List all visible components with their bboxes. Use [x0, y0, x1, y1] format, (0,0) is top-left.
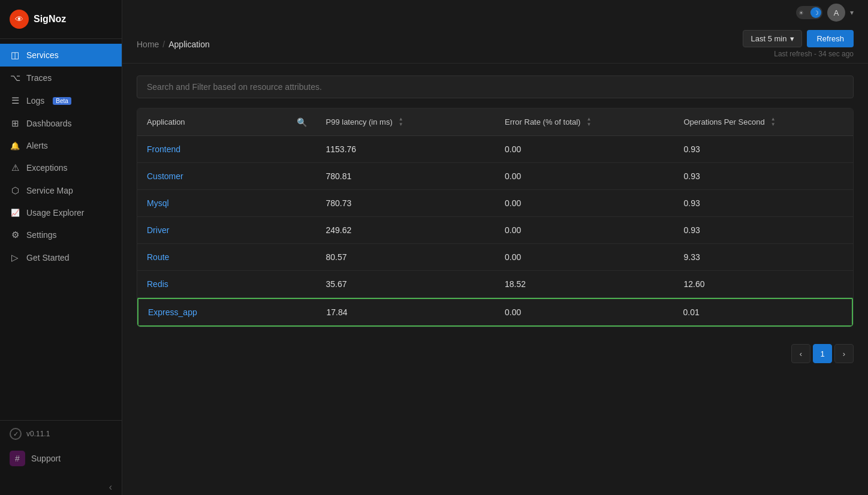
cell-app-name[interactable]: Redis	[137, 271, 317, 297]
breadcrumb: Home / Application	[137, 40, 210, 49]
moon-icon: ☽	[813, 10, 819, 16]
sidebar-item-settings[interactable]: ⚙ Settings	[0, 224, 122, 246]
cell-error-rate: 18.52	[495, 271, 674, 297]
table-row[interactable]: Frontend 1153.76 0.00 0.93	[137, 136, 853, 163]
table-row[interactable]: Mysql 780.73 0.00 0.93	[137, 190, 853, 217]
cell-p99: 17.84	[317, 299, 496, 325]
sidebar-label-traces: Traces	[26, 73, 52, 83]
search-input[interactable]	[137, 76, 854, 98]
cell-app-name[interactable]: Frontend	[137, 136, 317, 162]
cell-p99: 780.73	[317, 190, 496, 216]
sidebar-label-dashboards: Dashboards	[26, 119, 72, 128]
cell-app-name[interactable]: Driver	[137, 217, 317, 243]
sidebar-label-service-map: Service Map	[26, 186, 73, 195]
th-p99: P99 latency (in ms) ▲▼	[317, 108, 496, 135]
cell-ops: 9.33	[674, 244, 854, 270]
cell-error-rate: 0.00	[495, 244, 674, 270]
th-application-label: Application	[147, 117, 185, 126]
column-search-icon[interactable]: 🔍	[297, 117, 307, 127]
th-ops-label: Operations Per Second	[684, 117, 765, 126]
cell-app-name[interactable]: Express_app	[138, 299, 317, 325]
cell-error-rate: 0.00	[495, 136, 674, 162]
cell-ops: 0.01	[674, 299, 852, 325]
cell-p99: 1153.76	[317, 136, 496, 162]
ops-sort-icon[interactable]: ▲▼	[771, 117, 776, 127]
usage-explorer-icon: 📈	[10, 209, 20, 217]
table-row[interactable]: Customer 780.81 0.00 0.93	[137, 163, 853, 190]
sidebar-label-exceptions: Exceptions	[26, 163, 67, 173]
sidebar-item-service-map[interactable]: ⬡ Service Map	[0, 179, 122, 202]
version-check-icon: ✓	[10, 428, 22, 440]
sidebar-item-alerts[interactable]: 🔔 Alerts	[0, 135, 122, 156]
avatar[interactable]: A	[827, 4, 845, 22]
logo-text: SigNoz	[34, 14, 66, 25]
services-table: Application 🔍 P99 latency (in ms) ▲▼ Err…	[137, 108, 854, 327]
sidebar-item-services[interactable]: ◫ Services	[0, 44, 122, 67]
support-row[interactable]: # Support	[10, 447, 112, 470]
p99-sort-icon[interactable]: ▲▼	[399, 117, 403, 127]
cell-app-name[interactable]: Route	[137, 244, 317, 270]
traces-icon: ⌥	[10, 73, 20, 83]
theme-toggle[interactable]: ☀ ☽	[796, 6, 822, 19]
sidebar-label-services: Services	[26, 50, 59, 60]
sidebar-label-alerts: Alerts	[26, 141, 48, 150]
support-label: Support	[31, 454, 61, 463]
sidebar-item-get-started[interactable]: ▷ Get Started	[0, 246, 122, 269]
get-started-icon: ▷	[10, 252, 20, 263]
last-refresh-text: Last refresh - 34 sec ago	[774, 50, 854, 58]
cell-p99: 780.81	[317, 163, 496, 189]
breadcrumb-home[interactable]: Home	[137, 40, 159, 49]
sidebar-item-traces[interactable]: ⌥ Traces	[0, 67, 122, 89]
sidebar-nav: ◫ Services ⌥ Traces ☰ Logs Beta ⊞ Dashbo…	[0, 39, 122, 420]
cell-error-rate: 0.00	[495, 163, 674, 189]
cell-error-rate: 0.00	[495, 190, 674, 216]
cell-ops: 0.93	[674, 217, 854, 243]
service-map-icon: ⬡	[10, 185, 20, 196]
sun-icon: ☀	[798, 10, 804, 16]
cell-p99: 249.62	[317, 217, 496, 243]
avatar-dropdown-icon[interactable]: ▾	[850, 8, 854, 17]
sidebar-item-dashboards[interactable]: ⊞ Dashboards	[0, 112, 122, 135]
refresh-button[interactable]: Refresh	[807, 30, 854, 47]
table-row[interactable]: Redis 35.67 18.52 12.60	[137, 271, 853, 298]
cell-p99: 80.57	[317, 244, 496, 270]
sidebar-label-logs: Logs	[26, 96, 44, 105]
table-row[interactable]: Express_app 17.84 0.00 0.01	[137, 298, 853, 327]
topbar: ☀ ☽ A ▾	[122, 0, 868, 22]
sidebar-bottom: ✓ v0.11.1 # Support	[0, 420, 122, 477]
table-row[interactable]: Driver 249.62 0.00 0.93	[137, 217, 853, 244]
header-controls: Last 5 min ▾ Refresh	[743, 30, 854, 47]
breadcrumb-current: Application	[168, 40, 210, 49]
sidebar-item-logs[interactable]: ☰ Logs Beta	[0, 89, 122, 112]
time-selector-chevron: ▾	[790, 34, 794, 43]
cell-app-name[interactable]: Mysql	[137, 190, 317, 216]
time-selector[interactable]: Last 5 min ▾	[743, 30, 802, 47]
th-ops: Operations Per Second ▲▼	[674, 108, 854, 135]
pagination-page-1[interactable]: 1	[813, 344, 832, 363]
cell-ops: 0.93	[674, 190, 854, 216]
support-slack-icon: #	[10, 451, 25, 466]
sidebar-label-settings: Settings	[26, 230, 57, 240]
dashboards-icon: ⊞	[10, 118, 20, 129]
pagination-next[interactable]: ›	[834, 344, 854, 363]
th-error-rate: Error Rate (% of total) ▲▼	[495, 108, 674, 135]
main-content: ☀ ☽ A ▾ Home / Application Last 5 min ▾ …	[122, 0, 868, 495]
cell-app-name[interactable]: Customer	[137, 163, 317, 189]
error-rate-sort-icon[interactable]: ▲▼	[586, 117, 591, 127]
table-body: Frontend 1153.76 0.00 0.93 Customer 780.…	[137, 136, 853, 327]
sidebar-collapse-button[interactable]: ‹	[0, 477, 122, 495]
sidebar-item-usage-explorer[interactable]: 📈 Usage Explorer	[0, 202, 122, 224]
sidebar-item-exceptions[interactable]: ⚠ Exceptions	[0, 156, 122, 179]
version-label: v0.11.1	[26, 430, 50, 438]
cell-ops: 0.93	[674, 163, 854, 189]
pagination: ‹ 1 ›	[137, 337, 854, 366]
header-right: Last 5 min ▾ Refresh Last refresh - 34 s…	[743, 30, 854, 58]
services-icon: ◫	[10, 50, 20, 61]
sidebar: 👁 SigNoz ◫ Services ⌥ Traces ☰ Logs Beta…	[0, 0, 122, 495]
logo: 👁 SigNoz	[0, 0, 122, 39]
table-row[interactable]: Route 80.57 0.00 9.33	[137, 244, 853, 271]
theme-toggle-knob: ☽	[810, 7, 821, 18]
pagination-prev[interactable]: ‹	[791, 344, 810, 363]
table-header: Application 🔍 P99 latency (in ms) ▲▼ Err…	[137, 108, 853, 136]
cell-error-rate: 0.00	[495, 217, 674, 243]
